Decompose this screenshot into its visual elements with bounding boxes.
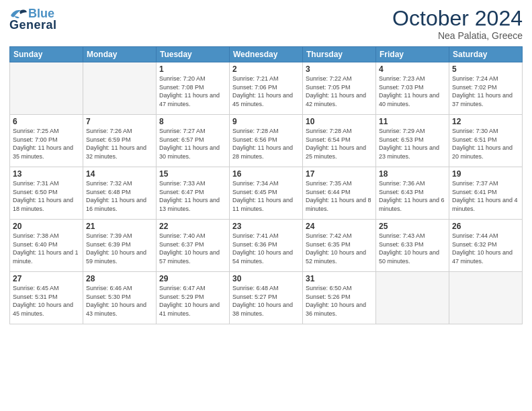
calendar-cell: 15Sunrise: 7:33 AM Sunset: 6:47 PM Dayli… bbox=[157, 167, 230, 220]
calendar-cell: 14Sunrise: 7:32 AM Sunset: 6:48 PM Dayli… bbox=[83, 167, 157, 220]
day-info: Sunrise: 6:46 AM Sunset: 5:30 PM Dayligh… bbox=[86, 284, 153, 318]
week-row-1: 6Sunrise: 7:25 AM Sunset: 7:00 PM Daylig… bbox=[10, 115, 523, 167]
day-number: 21 bbox=[86, 222, 153, 231]
calendar-cell: 25Sunrise: 7:43 AM Sunset: 6:33 PM Dayli… bbox=[376, 220, 449, 272]
day-number: 30 bbox=[232, 274, 300, 283]
day-number: 24 bbox=[306, 222, 373, 231]
calendar-cell: 23Sunrise: 7:41 AM Sunset: 6:36 PM Dayli… bbox=[230, 220, 303, 272]
day-info: Sunrise: 7:44 AM Sunset: 6:32 PM Dayligh… bbox=[452, 232, 519, 265]
day-number: 20 bbox=[13, 222, 80, 231]
day-number: 13 bbox=[13, 169, 80, 179]
calendar-cell: 21Sunrise: 7:39 AM Sunset: 6:39 PM Dayli… bbox=[83, 220, 157, 272]
month-title: October 2024 bbox=[392, 7, 523, 30]
day-number: 17 bbox=[306, 169, 373, 179]
calendar-cell: 2Sunrise: 7:21 AM Sunset: 7:06 PM Daylig… bbox=[230, 62, 303, 115]
day-number: 1 bbox=[159, 64, 226, 74]
calendar-cell: 4Sunrise: 7:23 AM Sunset: 7:03 PM Daylig… bbox=[376, 62, 449, 115]
day-info: Sunrise: 7:43 AM Sunset: 6:33 PM Dayligh… bbox=[379, 232, 446, 265]
day-number: 19 bbox=[452, 169, 519, 179]
week-row-3: 20Sunrise: 7:38 AM Sunset: 6:40 PM Dayli… bbox=[10, 220, 523, 272]
calendar-cell: 26Sunrise: 7:44 AM Sunset: 6:32 PM Dayli… bbox=[449, 220, 523, 272]
weekday-header-thursday: Thursday bbox=[303, 47, 376, 62]
day-info: Sunrise: 6:47 AM Sunset: 5:29 PM Dayligh… bbox=[159, 284, 226, 318]
day-number: 26 bbox=[452, 222, 519, 231]
calendar-cell: 24Sunrise: 7:42 AM Sunset: 6:35 PM Dayli… bbox=[303, 220, 376, 272]
calendar-cell: 12Sunrise: 7:30 AM Sunset: 6:51 PM Dayli… bbox=[449, 115, 523, 167]
day-info: Sunrise: 7:34 AM Sunset: 6:45 PM Dayligh… bbox=[232, 179, 300, 213]
calendar-cell: 29Sunrise: 6:47 AM Sunset: 5:29 PM Dayli… bbox=[157, 272, 230, 324]
day-number: 31 bbox=[306, 274, 373, 283]
logo-general-text: General bbox=[9, 18, 57, 32]
calendar-cell bbox=[83, 62, 157, 115]
weekday-header-saturday: Saturday bbox=[449, 47, 523, 62]
calendar-cell: 10Sunrise: 7:28 AM Sunset: 6:54 PM Dayli… bbox=[303, 115, 376, 167]
day-number: 23 bbox=[232, 222, 300, 231]
calendar-cell: 5Sunrise: 7:24 AM Sunset: 7:02 PM Daylig… bbox=[449, 62, 523, 115]
day-number: 18 bbox=[379, 169, 446, 179]
location-label: Nea Palatia, Greece bbox=[392, 30, 523, 41]
calendar-cell: 28Sunrise: 6:46 AM Sunset: 5:30 PM Dayli… bbox=[83, 272, 157, 324]
day-info: Sunrise: 7:29 AM Sunset: 6:53 PM Dayligh… bbox=[379, 127, 446, 161]
day-number: 29 bbox=[159, 274, 226, 283]
calendar-cell: 11Sunrise: 7:29 AM Sunset: 6:53 PM Dayli… bbox=[376, 115, 449, 167]
day-info: Sunrise: 7:32 AM Sunset: 6:48 PM Dayligh… bbox=[86, 179, 153, 213]
day-info: Sunrise: 7:30 AM Sunset: 6:51 PM Dayligh… bbox=[452, 127, 519, 161]
calendar-cell: 22Sunrise: 7:40 AM Sunset: 6:37 PM Dayli… bbox=[157, 220, 230, 272]
day-info: Sunrise: 7:22 AM Sunset: 7:05 PM Dayligh… bbox=[306, 75, 373, 108]
day-info: Sunrise: 7:27 AM Sunset: 6:57 PM Dayligh… bbox=[159, 127, 226, 161]
weekday-header-row: SundayMondayTuesdayWednesdayThursdayFrid… bbox=[10, 47, 523, 62]
calendar-cell: 8Sunrise: 7:27 AM Sunset: 6:57 PM Daylig… bbox=[157, 115, 230, 167]
calendar-cell: 16Sunrise: 7:34 AM Sunset: 6:45 PM Dayli… bbox=[230, 167, 303, 220]
day-number: 16 bbox=[232, 169, 300, 179]
calendar-cell: 13Sunrise: 7:31 AM Sunset: 6:50 PM Dayli… bbox=[10, 167, 83, 220]
calendar-cell: 6Sunrise: 7:25 AM Sunset: 7:00 PM Daylig… bbox=[10, 115, 83, 167]
day-number: 9 bbox=[232, 117, 300, 126]
day-info: Sunrise: 6:45 AM Sunset: 5:31 PM Dayligh… bbox=[13, 284, 80, 318]
day-info: Sunrise: 7:36 AM Sunset: 6:43 PM Dayligh… bbox=[379, 179, 446, 213]
day-info: Sunrise: 7:25 AM Sunset: 7:00 PM Dayligh… bbox=[13, 127, 80, 161]
calendar-cell: 19Sunrise: 7:37 AM Sunset: 6:41 PM Dayli… bbox=[449, 167, 523, 220]
weekday-header-sunday: Sunday bbox=[10, 47, 83, 62]
day-info: Sunrise: 7:35 AM Sunset: 6:44 PM Dayligh… bbox=[306, 179, 373, 213]
weekday-header-friday: Friday bbox=[376, 47, 449, 62]
day-number: 14 bbox=[86, 169, 153, 179]
weekday-header-tuesday: Tuesday bbox=[157, 47, 230, 62]
week-row-2: 13Sunrise: 7:31 AM Sunset: 6:50 PM Dayli… bbox=[10, 167, 523, 220]
day-number: 27 bbox=[13, 274, 80, 283]
day-info: Sunrise: 7:26 AM Sunset: 6:59 PM Dayligh… bbox=[86, 127, 153, 161]
day-info: Sunrise: 7:21 AM Sunset: 7:06 PM Dayligh… bbox=[232, 75, 300, 108]
logo: Blue General bbox=[9, 7, 57, 31]
day-number: 11 bbox=[379, 117, 446, 126]
day-info: Sunrise: 7:33 AM Sunset: 6:47 PM Dayligh… bbox=[159, 179, 226, 213]
calendar-cell: 20Sunrise: 7:38 AM Sunset: 6:40 PM Dayli… bbox=[10, 220, 83, 272]
day-number: 28 bbox=[86, 274, 153, 283]
calendar-cell: 27Sunrise: 6:45 AM Sunset: 5:31 PM Dayli… bbox=[10, 272, 83, 324]
day-info: Sunrise: 7:20 AM Sunset: 7:08 PM Dayligh… bbox=[159, 75, 226, 108]
calendar-cell: 1Sunrise: 7:20 AM Sunset: 7:08 PM Daylig… bbox=[157, 62, 230, 115]
day-info: Sunrise: 7:24 AM Sunset: 7:02 PM Dayligh… bbox=[452, 75, 519, 108]
day-number: 6 bbox=[13, 117, 80, 126]
calendar-cell: 9Sunrise: 7:28 AM Sunset: 6:56 PM Daylig… bbox=[230, 115, 303, 167]
day-info: Sunrise: 7:23 AM Sunset: 7:03 PM Dayligh… bbox=[379, 75, 446, 108]
calendar-cell: 7Sunrise: 7:26 AM Sunset: 6:59 PM Daylig… bbox=[83, 115, 157, 167]
calendar-table: SundayMondayTuesdayWednesdayThursdayFrid… bbox=[9, 46, 523, 324]
day-number: 8 bbox=[159, 117, 226, 126]
page-container: Blue General October 2024 Nea Palatia, G… bbox=[0, 0, 532, 330]
day-number: 15 bbox=[159, 169, 226, 179]
calendar-cell: 3Sunrise: 7:22 AM Sunset: 7:05 PM Daylig… bbox=[303, 62, 376, 115]
day-number: 10 bbox=[306, 117, 373, 126]
day-info: Sunrise: 7:28 AM Sunset: 6:54 PM Dayligh… bbox=[306, 127, 373, 161]
weekday-header-wednesday: Wednesday bbox=[230, 47, 303, 62]
day-info: Sunrise: 7:40 AM Sunset: 6:37 PM Dayligh… bbox=[159, 232, 226, 265]
calendar-cell bbox=[376, 272, 449, 324]
day-number: 12 bbox=[452, 117, 519, 126]
day-number: 22 bbox=[159, 222, 226, 231]
weekday-header-monday: Monday bbox=[83, 47, 157, 62]
day-info: Sunrise: 7:41 AM Sunset: 6:36 PM Dayligh… bbox=[232, 232, 300, 265]
day-number: 7 bbox=[86, 117, 153, 126]
day-number: 4 bbox=[379, 64, 446, 74]
calendar-cell: 30Sunrise: 6:48 AM Sunset: 5:27 PM Dayli… bbox=[230, 272, 303, 324]
day-info: Sunrise: 7:38 AM Sunset: 6:40 PM Dayligh… bbox=[13, 232, 80, 265]
day-info: Sunrise: 6:50 AM Sunset: 5:26 PM Dayligh… bbox=[306, 284, 373, 318]
calendar-cell: 17Sunrise: 7:35 AM Sunset: 6:44 PM Dayli… bbox=[303, 167, 376, 220]
